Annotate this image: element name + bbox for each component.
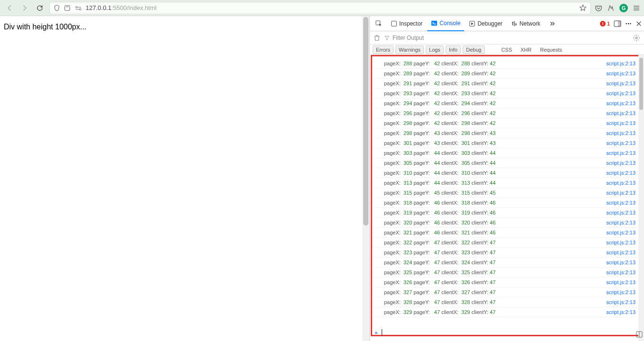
source-link[interactable]: script.js:2:13 xyxy=(606,81,635,86)
console-log-row: pageX: 327 pageY: 47 clientX: 327 client… xyxy=(373,287,637,297)
source-link[interactable]: script.js:2:13 xyxy=(606,200,635,206)
forward-button[interactable] xyxy=(19,2,30,14)
source-link[interactable]: script.js:2:13 xyxy=(606,309,635,315)
funnel-icon xyxy=(384,35,390,41)
pick-element-button[interactable] xyxy=(372,16,386,31)
tab-debugger[interactable]: Debugger xyxy=(465,16,506,31)
source-link[interactable]: script.js:2:13 xyxy=(606,180,635,186)
console-log-row: pageX: 320 pageY: 46 clientX: 320 client… xyxy=(373,218,637,228)
svg-point-10 xyxy=(628,23,629,24)
console-log-row: pageX: 319 pageY: 46 clientX: 319 client… xyxy=(373,208,637,218)
reload-button[interactable] xyxy=(34,2,45,14)
tab-console[interactable]: Console xyxy=(427,16,464,31)
source-link[interactable]: script.js:2:13 xyxy=(606,160,635,166)
pocket-icon[interactable] xyxy=(595,4,602,12)
console-log-row: pageX: 305 pageY: 44 clientX: 305 client… xyxy=(373,158,637,168)
cat-xhr[interactable]: XHR xyxy=(517,45,535,54)
console-log-row: pageX: 303 pageY: 44 clientX: 303 client… xyxy=(373,148,637,158)
source-link[interactable]: script.js:2:13 xyxy=(606,240,635,245)
back-button[interactable] xyxy=(4,2,15,14)
cat-requests[interactable]: Requests xyxy=(537,45,565,54)
console-scrollbar[interactable] xyxy=(638,55,644,341)
source-link[interactable]: script.js:2:13 xyxy=(606,190,635,196)
console-output[interactable]: pageX: 288 pageY: 42 clientX: 288 client… xyxy=(370,55,644,341)
console-log-row: pageX: 329 pageY: 47 clientX: 329 client… xyxy=(373,307,637,317)
console-log-row: pageX: 324 pageY: 47 clientX: 324 client… xyxy=(373,258,637,268)
source-link[interactable]: script.js:2:13 xyxy=(606,90,635,96)
source-link[interactable]: script.js:2:13 xyxy=(606,279,635,285)
star-icon[interactable] xyxy=(579,4,587,12)
console-log-row: pageX: 301 pageY: 43 clientX: 301 client… xyxy=(373,138,637,148)
source-link[interactable]: script.js:2:13 xyxy=(606,170,635,176)
kebab-icon[interactable] xyxy=(625,20,632,27)
source-link[interactable]: script.js:2:13 xyxy=(606,140,635,146)
console-log-row: pageX: 315 pageY: 45 clientX: 315 client… xyxy=(373,188,637,198)
source-link[interactable]: script.js:2:13 xyxy=(606,269,635,275)
browser-toolbar: 127.0.0.1:5500/index.html G xyxy=(0,0,644,16)
source-link[interactable]: script.js:2:13 xyxy=(606,100,635,106)
console-settings-icon[interactable] xyxy=(633,34,640,42)
source-link[interactable]: script.js:2:13 xyxy=(606,110,635,116)
console-log-row: pageX: 298 pageY: 42 clientX: 298 client… xyxy=(373,118,637,128)
source-link[interactable]: script.js:2:13 xyxy=(606,130,635,136)
grammarly-icon[interactable]: G xyxy=(619,4,628,12)
extensions-icon[interactable] xyxy=(607,4,615,12)
console-log-row: pageX: 325 pageY: 47 clientX: 325 client… xyxy=(373,268,637,278)
source-link[interactable]: script.js:2:13 xyxy=(606,250,635,255)
tab-inspector[interactable]: Inspector xyxy=(387,16,426,31)
devtools-panel: Inspector Console Debugger Network !1 xyxy=(369,16,644,341)
console-log-row: pageX: 326 pageY: 47 clientX: 326 client… xyxy=(373,278,637,287)
console-log-row: pageX: 288 pageY: 42 clientX: 288 client… xyxy=(373,59,637,69)
more-tabs-icon[interactable] xyxy=(545,16,559,31)
console-log-row: pageX: 294 pageY: 42 clientX: 294 client… xyxy=(373,99,637,108)
console-input[interactable]: » xyxy=(373,327,637,338)
source-link[interactable]: script.js:2:13 xyxy=(606,71,635,76)
tab-network[interactable]: Network xyxy=(507,16,544,31)
source-link[interactable]: script.js:2:13 xyxy=(606,299,635,305)
cat-errors[interactable]: Errors xyxy=(373,45,394,54)
source-link[interactable]: script.js:2:13 xyxy=(606,120,635,126)
source-link[interactable]: script.js:2:13 xyxy=(606,230,635,235)
console-log-row: pageX: 293 pageY: 42 clientX: 293 client… xyxy=(373,89,637,99)
page-info-icon[interactable] xyxy=(64,5,71,11)
cat-info[interactable]: Info xyxy=(446,45,461,54)
console-log-row: pageX: 298 pageY: 43 clientX: 298 client… xyxy=(373,128,637,138)
error-count-badge[interactable]: !1 xyxy=(600,21,610,27)
source-link[interactable]: script.js:2:13 xyxy=(606,260,635,265)
console-log-row: pageX: 296 pageY: 42 clientX: 296 client… xyxy=(373,108,637,118)
svg-point-2 xyxy=(80,8,81,10)
split-console-icon[interactable] xyxy=(635,331,643,338)
clear-console-icon[interactable] xyxy=(374,35,380,41)
source-link[interactable]: script.js:2:13 xyxy=(606,61,635,66)
console-log-row: pageX: 291 pageY: 42 clientX: 291 client… xyxy=(373,79,637,89)
menu-icon[interactable] xyxy=(633,4,640,12)
filter-output-input[interactable]: Filter Output xyxy=(384,35,629,41)
page-viewport[interactable]: Div with height 1000px... xyxy=(0,16,369,341)
source-link[interactable]: script.js:2:13 xyxy=(606,220,635,225)
source-link[interactable]: script.js:2:13 xyxy=(606,150,635,156)
cat-debug[interactable]: Debug xyxy=(463,45,484,54)
console-log-row: pageX: 322 pageY: 47 clientX: 322 client… xyxy=(373,238,637,248)
address-bar[interactable]: 127.0.0.1:5500/index.html xyxy=(49,2,591,14)
dock-icon[interactable] xyxy=(614,20,621,27)
cat-logs[interactable]: Logs xyxy=(426,45,444,54)
svg-point-9 xyxy=(626,23,626,24)
shield-icon xyxy=(54,5,60,11)
permissions-icon[interactable] xyxy=(74,5,82,11)
source-link[interactable]: script.js:2:13 xyxy=(606,289,635,295)
source-link[interactable]: script.js:2:13 xyxy=(606,210,635,215)
page-body-text: Div with height 1000px... xyxy=(4,23,366,31)
svg-point-1 xyxy=(76,6,78,8)
url-text: 127.0.0.1:5500/index.html xyxy=(86,4,157,11)
svg-point-12 xyxy=(635,37,637,39)
cat-css[interactable]: CSS xyxy=(498,45,516,54)
devtools-tabs: Inspector Console Debugger Network !1 xyxy=(370,16,644,31)
console-log-row: pageX: 289 pageY: 42 clientX: 289 client… xyxy=(373,69,637,79)
console-log-row: pageX: 328 pageY: 47 clientX: 328 client… xyxy=(373,297,637,307)
toolbar-right: G xyxy=(595,4,640,12)
page-scrollbar[interactable] xyxy=(362,16,369,341)
console-log-row: pageX: 318 pageY: 46 clientX: 318 client… xyxy=(373,198,637,208)
cat-warnings[interactable]: Warnings xyxy=(395,45,424,54)
close-devtools-icon[interactable] xyxy=(635,20,642,27)
prompt-icon: » xyxy=(375,330,378,336)
